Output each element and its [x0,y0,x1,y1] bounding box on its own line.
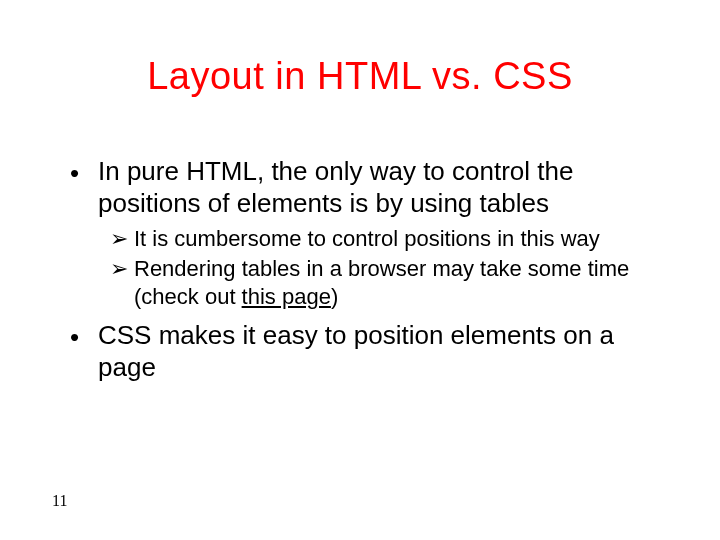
sub-bullet-text: Rendering tables in a browser may take s… [134,255,660,311]
sub-bullet-text: It is cumbersome to control positions in… [134,225,600,253]
link-this-page[interactable]: this page [242,284,331,309]
sub-bullet-list: ➢ It is cumbersome to control positions … [110,225,660,311]
sub-bullet-item: ➢ Rendering tables in a browser may take… [110,255,660,311]
slide: Layout in HTML vs. CSS • In pure HTML, t… [0,0,720,540]
page-number: 11 [52,492,67,510]
chevron-right-icon: ➢ [110,255,134,311]
bullet-dot-icon: • [70,319,98,383]
bullet-text: CSS makes it easy to position elements o… [98,319,660,383]
bullet-item: • In pure HTML, the only way to control … [70,155,660,219]
sub-bullet-item: ➢ It is cumbersome to control positions … [110,225,660,253]
sub-bullet-text-post: ) [331,284,338,309]
sub-bullet-text-pre: Rendering tables in a browser may take s… [134,256,629,309]
slide-title: Layout in HTML vs. CSS [0,55,720,98]
chevron-right-icon: ➢ [110,225,134,253]
bullet-dot-icon: • [70,155,98,219]
slide-body: • In pure HTML, the only way to control … [70,155,660,389]
bullet-text: In pure HTML, the only way to control th… [98,155,660,219]
bullet-item: • CSS makes it easy to position elements… [70,319,660,383]
